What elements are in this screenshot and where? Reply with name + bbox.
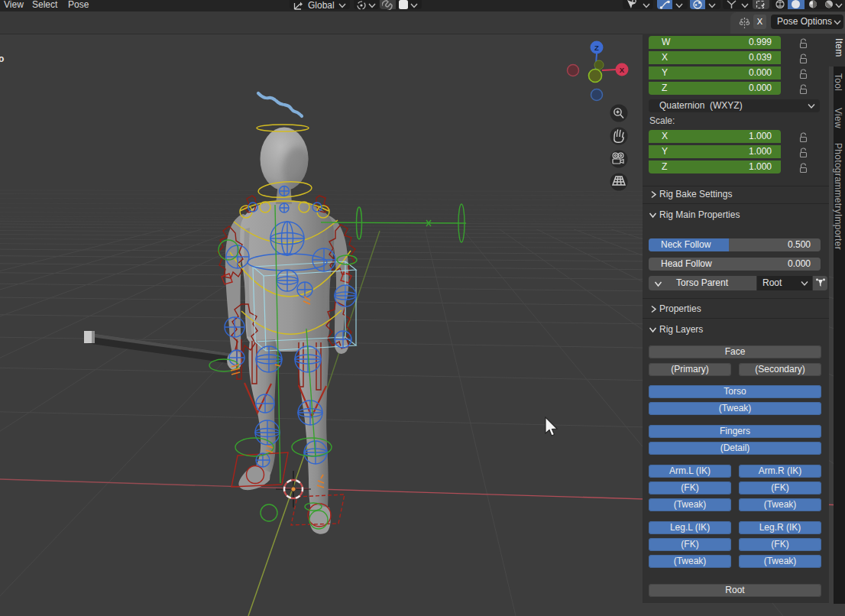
svg-text:o: o bbox=[0, 53, 4, 64]
svg-text:X: X bbox=[620, 66, 625, 74]
svg-text:Z: Z bbox=[594, 44, 599, 52]
